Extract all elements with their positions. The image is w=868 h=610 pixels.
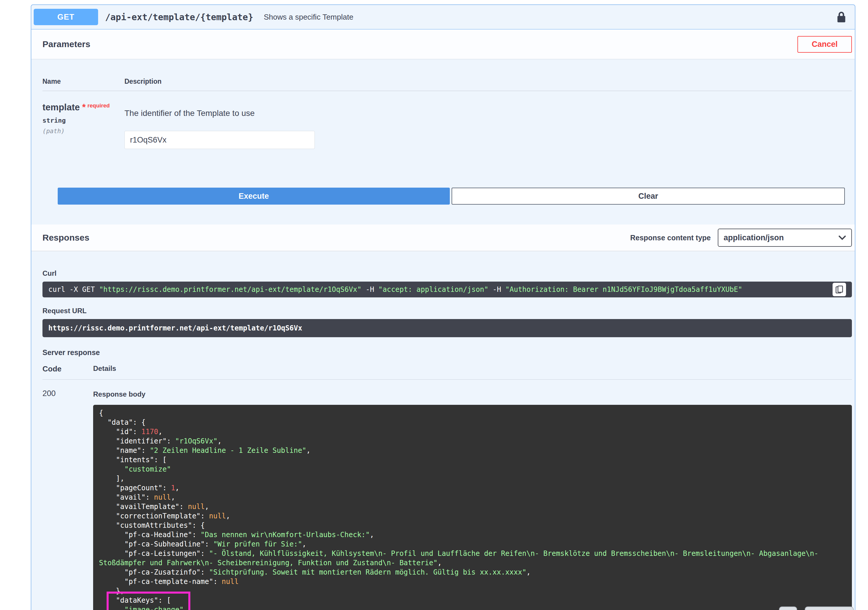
code-column-header: Code bbox=[42, 364, 93, 373]
param-col-name-header: Name bbox=[42, 77, 124, 85]
execute-row: Execute Clear bbox=[58, 187, 845, 204]
copy-response-button[interactable] bbox=[779, 607, 797, 610]
response-content-type-select[interactable]: application/json bbox=[718, 229, 852, 247]
responses-area: Curl curl -X GET "https://rissc.demo.pri… bbox=[31, 269, 855, 610]
parameter-row: template*required string (path) The iden… bbox=[42, 91, 852, 149]
curl-command-block: curl -X GET "https://rissc.demo.printfor… bbox=[42, 282, 852, 297]
opblock-get: GET /api-ext/template/{template} Shows a… bbox=[31, 5, 856, 610]
parameter-name-text: template bbox=[42, 102, 80, 112]
request-url-block: https://rissc.demo.printformer.net/api-e… bbox=[42, 319, 852, 337]
server-response-table-header: Code Details bbox=[42, 364, 852, 379]
endpoint-summary: Shows a specific Template bbox=[264, 12, 353, 22]
response-content-type-label: Response content type bbox=[630, 234, 711, 242]
request-url-label: Request URL bbox=[42, 307, 852, 315]
responses-title: Responses bbox=[42, 233, 89, 243]
parameter-type: string bbox=[42, 117, 124, 124]
status-code: 200 bbox=[42, 389, 93, 610]
curl-command-text: curl -X GET "https://rissc.demo.printfor… bbox=[48, 285, 742, 294]
responses-header: Responses Response content type applicat… bbox=[31, 224, 855, 251]
parameter-location: (path) bbox=[42, 128, 124, 135]
parameter-name: template*required bbox=[42, 102, 124, 113]
execute-button[interactable]: Execute bbox=[58, 187, 450, 204]
response-content-type-wrap: Response content type application/json bbox=[630, 229, 852, 247]
cancel-button[interactable]: Cancel bbox=[797, 36, 852, 53]
response-details: Response body { "data": { "id": 1170, "i… bbox=[93, 389, 852, 610]
annotation-highlight-box bbox=[107, 591, 191, 610]
clear-button[interactable]: Clear bbox=[451, 187, 845, 204]
download-response-button[interactable] bbox=[805, 607, 854, 610]
response-body-block: { "data": { "id": 1170, "identifier": "r… bbox=[93, 405, 852, 610]
parameters-header: Parameters Cancel bbox=[31, 29, 855, 59]
response-body-label: Response body bbox=[93, 390, 852, 398]
details-column-header: Details bbox=[93, 364, 116, 373]
parameters-table-header: Name Description bbox=[42, 59, 852, 91]
parameter-description: The identifier of the Template to use bbox=[124, 108, 852, 118]
operation-summary[interactable]: GET /api-ext/template/{template} Shows a… bbox=[31, 5, 855, 29]
server-response-row: 200 Response body { "data": { "id": 1170… bbox=[42, 379, 852, 610]
lock-icon bbox=[836, 11, 846, 23]
server-response-label: Server response bbox=[42, 348, 852, 357]
copy-curl-button[interactable] bbox=[832, 283, 846, 296]
request-url-text: https://rissc.demo.printformer.net/api-e… bbox=[48, 324, 302, 332]
endpoint-path: /api-ext/template/{template} bbox=[105, 12, 253, 22]
parameter-value-cell: The identifier of the Template to use bbox=[124, 102, 852, 149]
curl-label: Curl bbox=[42, 269, 852, 277]
http-method-badge: GET bbox=[34, 9, 98, 25]
swagger-operation-page: GET /api-ext/template/{template} Shows a… bbox=[0, 0, 868, 610]
template-input[interactable] bbox=[124, 131, 315, 149]
parameters-table: Name Description template*required strin… bbox=[31, 59, 855, 204]
clipboard-icon bbox=[835, 285, 843, 294]
param-col-description-header: Description bbox=[124, 77, 162, 85]
chevron-down-icon bbox=[839, 235, 846, 240]
required-label: required bbox=[88, 102, 110, 108]
required-star: * bbox=[82, 102, 85, 112]
response-content-type-value: application/json bbox=[724, 233, 784, 242]
parameters-title: Parameters bbox=[42, 39, 90, 49]
auth-lock-icon[interactable] bbox=[836, 11, 846, 23]
parameter-meta: template*required string (path) bbox=[42, 102, 124, 149]
response-body-json: { "data": { "id": 1170, "identifier": "r… bbox=[99, 408, 846, 610]
